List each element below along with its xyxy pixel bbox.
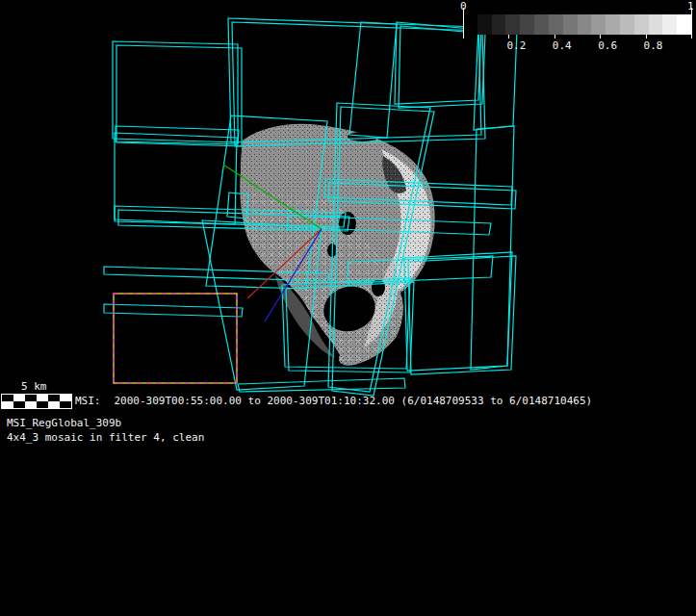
colorbar-tick-label: 0.2 bbox=[506, 39, 526, 52]
image-footprint bbox=[471, 126, 514, 370]
image-footprint bbox=[349, 22, 397, 138]
colorbar-tick-label: 0.8 bbox=[644, 39, 663, 52]
scale-bar-label: 5 km bbox=[21, 381, 47, 393]
image-footprint bbox=[408, 256, 516, 374]
colorbar-tick-label: 0.6 bbox=[598, 39, 617, 52]
colorbar-step bbox=[534, 14, 549, 35]
image-footprint bbox=[399, 26, 485, 108]
colorbar-right-endline bbox=[691, 8, 692, 38]
scale-bar-checker bbox=[1, 394, 72, 409]
colorbar-step bbox=[492, 14, 506, 35]
colorbar-left-endline bbox=[463, 8, 464, 38]
colorbar-step bbox=[477, 14, 492, 35]
scale-bar-cell bbox=[37, 395, 48, 401]
scale-bar-cell bbox=[48, 401, 60, 408]
scale-bar-cell bbox=[48, 395, 60, 401]
colorbar-step bbox=[591, 14, 606, 35]
scale-bar-cell bbox=[60, 395, 71, 401]
sequence-description: 4x4_3 mosaic in filter 4, clean bbox=[7, 432, 204, 444]
image-footprint bbox=[116, 45, 242, 146]
scale-bar-cell bbox=[25, 401, 37, 408]
scale-bar-cell bbox=[2, 395, 13, 401]
colorbar-step bbox=[578, 14, 592, 35]
colorbar-tick bbox=[600, 35, 601, 38]
image-footprint bbox=[113, 41, 238, 142]
sequence-name: MSI_RegGlobal_309b bbox=[7, 418, 121, 429]
colorbar-gradient bbox=[463, 14, 691, 35]
observation-time-range: 2000-309T00:55:00.00 to 2000-309T01:10:3… bbox=[115, 396, 593, 407]
colorbar-step bbox=[677, 14, 691, 35]
scale-bar-cell bbox=[2, 401, 13, 408]
scale-bar-cell bbox=[13, 401, 25, 408]
colorbar-step bbox=[463, 14, 477, 35]
colorbar-tick bbox=[554, 35, 555, 38]
mosaic-viewer-window: 0 1 0.20.40.60.8 5 km MSI: 2000-309T00:5… bbox=[0, 0, 696, 616]
scale-bar-cell bbox=[25, 395, 37, 401]
colorbar-step bbox=[563, 14, 578, 35]
colorbar-tick bbox=[646, 35, 647, 38]
colorbar-step bbox=[549, 14, 563, 35]
render-canvas[interactable] bbox=[0, 0, 696, 616]
colorbar-step bbox=[634, 14, 649, 35]
image-footprint bbox=[238, 378, 405, 392]
colorbar-step bbox=[505, 14, 520, 35]
scale-bar-cell bbox=[37, 401, 48, 408]
colorbar-step bbox=[620, 14, 634, 35]
status-line: MSI: 2000-309T00:55:00.00 to 2000-309T01… bbox=[75, 396, 592, 407]
scale-bar-cell bbox=[60, 401, 71, 408]
colorbar-step bbox=[606, 14, 620, 35]
scale-bar-cell bbox=[13, 395, 25, 401]
instrument-label: MSI: bbox=[75, 396, 101, 407]
colorbar-tick-label: 0.4 bbox=[553, 39, 572, 52]
colorbar-tick bbox=[508, 35, 509, 38]
colorbar-step bbox=[649, 14, 663, 35]
colorbar-step bbox=[520, 14, 534, 35]
colorbar-step bbox=[662, 14, 677, 35]
